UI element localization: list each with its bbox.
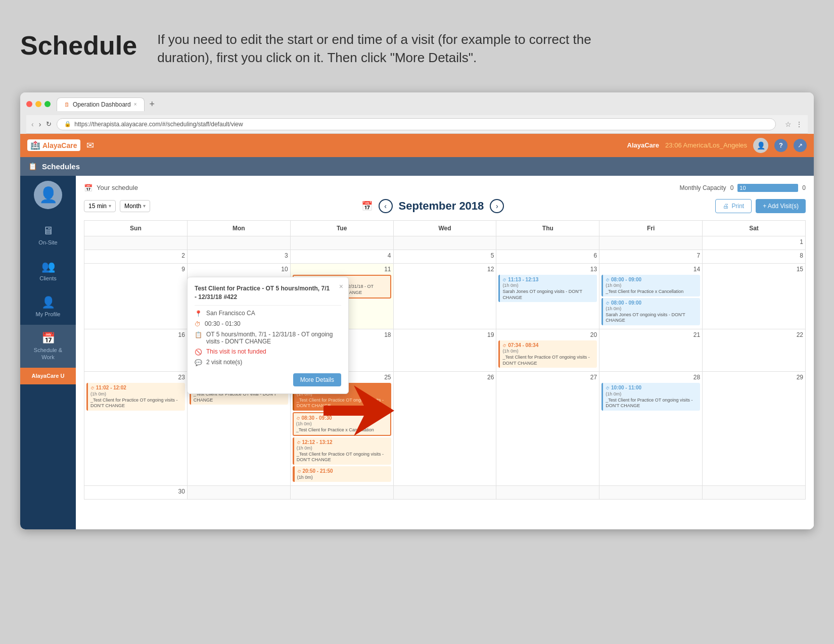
event-time: 11:02 - 12:02 — [96, 385, 126, 390]
add-visit-button[interactable]: + Add Visit(s) — [756, 199, 806, 213]
capacity-bar-value: 10 — [737, 185, 746, 191]
col-sat: Sat — [703, 220, 806, 236]
page-description: If you need to edit the start or end tim… — [157, 30, 612, 67]
sidebar-item-clients[interactable]: 👥 Clients — [20, 253, 76, 289]
event-block[interactable]: ⏱ 08:00 - 09:00 (1h 0m) Sarah Jones OT o… — [601, 298, 700, 325]
top-nav: 🏥 AlayaCare ✉ AlayaCare 23:06 America/Lo… — [20, 134, 814, 157]
monthly-capacity-label: Monthly Capacity — [680, 184, 726, 191]
calendar-day-22: 22 — [703, 329, 806, 372]
nav-help-button[interactable]: ? — [774, 139, 787, 152]
url-bar[interactable]: 🔒 https://therapista.alayacare.com/#/sch… — [57, 118, 776, 130]
forward-button[interactable]: › — [39, 120, 41, 128]
popup-close-button[interactable]: × — [339, 282, 343, 290]
view-mode-select[interactable]: Month ▾ — [120, 200, 150, 212]
event-block[interactable]: ⏱ 08:00 - 09:00 (1h 0m) _Test Client for… — [601, 275, 700, 296]
calendar-picker-icon[interactable]: 📅 — [361, 201, 373, 212]
calendar-day-6: 6 — [496, 250, 599, 263]
star-icon[interactable]: ☆ — [785, 120, 792, 128]
empty-day — [599, 486, 703, 500]
visit-popup: Test Client for Practice - OT 5 hours/mo… — [187, 277, 349, 394]
lock-icon: 🔒 — [64, 121, 71, 127]
capacity-bar: 10 — [737, 184, 798, 192]
event-block[interactable]: ⏱ 10:00 - 11:00 (1h 0m) _Test Client for… — [601, 383, 700, 410]
calendar-day-7: 7 — [599, 250, 703, 263]
prev-month-button[interactable]: ‹ — [379, 199, 393, 213]
calendar-day-8: 8 — [703, 250, 806, 263]
event-desc: _Test Client for Practice OT ongoing vis… — [297, 452, 389, 463]
my-profile-icon: 👤 — [41, 296, 55, 309]
calendar-day-27: 27 — [496, 372, 599, 486]
back-button[interactable]: ‹ — [31, 120, 34, 128]
calendar-day-30: 30 — [84, 486, 188, 500]
on-site-icon: 🖥 — [42, 224, 54, 237]
mail-icon[interactable]: ✉ — [86, 140, 94, 151]
calendar-day-20: 20 ⏱ 07:34 - 08:34 (1h 0m) _Test Client … — [496, 329, 599, 372]
logo-area: 🏥 AlayaCare — [27, 139, 80, 151]
event-block[interactable]: ⏱ 07:34 - 08:34 (1h 0m) _Test Client for… — [498, 340, 597, 368]
view-mode-value: Month — [124, 203, 141, 210]
dot-yellow[interactable] — [35, 101, 41, 107]
event-clock-icon: ⏱ — [297, 469, 301, 474]
new-tab-button[interactable]: + — [147, 99, 158, 110]
print-button[interactable]: 🖨 Print — [715, 199, 752, 213]
event-clock-icon: ⏱ — [606, 301, 610, 306]
popup-location: San Francisco CA — [206, 310, 255, 317]
sidebar-item-on-site[interactable]: 🖥 On-Site — [20, 217, 76, 253]
dot-red[interactable] — [26, 101, 32, 107]
event-clock-icon: ⏱ — [606, 386, 610, 390]
tab-close-button[interactable]: × — [134, 102, 137, 107]
dot-green[interactable] — [44, 101, 51, 107]
event-time: 20:50 - 21:50 — [302, 468, 333, 474]
event-block[interactable]: ⏱ 20:50 - 21:50 (1h 0m) — [293, 466, 391, 482]
sidebar-item-schedule-work[interactable]: 📅 Schedule &Work — [20, 325, 76, 367]
notes-icon: 💬 — [195, 359, 202, 366]
your-schedule-label: 📅 Your schedule — [84, 184, 138, 192]
event-sub: (1h 0m) — [502, 349, 594, 355]
event-block[interactable]: ⏱ 11:02 - 12:02 (1h 0m) _Test Client for… — [86, 383, 185, 410]
event-sub: (1h 0m) — [606, 283, 698, 289]
calendar-day-28: 28 ⏱ 10:00 - 11:00 (1h 0m) _Test Client … — [599, 372, 703, 486]
nav-share-button[interactable]: ↗ — [794, 139, 807, 152]
event-block[interactable]: ⏱ 08:30 - 09:30 (1h 0m) _Test Client for… — [293, 412, 391, 436]
event-desc: _Test Client for Practice OT ongoing vis… — [606, 398, 698, 409]
event-desc: _Test Client for Practice OT ongoing vis… — [90, 398, 182, 409]
event-clock-icon: ⏱ — [606, 278, 610, 282]
empty-day — [496, 236, 599, 250]
col-mon: Mon — [187, 220, 290, 236]
browser-chrome: 🗓 Operation Dashboard × + ‹ › ↻ 🔒 https:… — [20, 92, 814, 134]
event-time: 08:00 - 09:00 — [611, 300, 641, 306]
event-desc: _Test Client for Practice OT ongoing vis… — [502, 355, 594, 366]
popup-service: OT 5 hours/month, 7/1 - 12/31/18 - OT on… — [206, 331, 341, 345]
menu-icon[interactable]: ⋮ — [796, 120, 803, 128]
event-block[interactable]: ⏱ 12:12 - 13:12 (1h 0m) _Test Client for… — [293, 437, 391, 465]
more-details-button[interactable]: More Details — [293, 373, 341, 386]
time-select-arrow: ▾ — [109, 203, 111, 209]
time-icon: ⏱ — [195, 321, 201, 328]
event-block[interactable]: ⏱ 11:13 - 12:13 (1h 0m) Sarah Jones OT o… — [498, 275, 597, 302]
event-time: 08:00 - 09:00 — [611, 277, 641, 282]
sidebar-label-my-profile: My Profile — [36, 311, 61, 318]
time-interval-select[interactable]: 15 min ▾ — [84, 200, 116, 212]
col-tue: Tue — [290, 220, 393, 236]
nav-time: 23:06 America/Los_Angeles — [665, 141, 747, 149]
logo-icon: 🏥 — [30, 140, 40, 150]
browser-tab-active[interactable]: 🗓 Operation Dashboard × — [57, 97, 145, 111]
next-month-button[interactable]: › — [490, 199, 504, 213]
day-number: 1 — [705, 238, 803, 245]
sidebar-item-alayacare-u[interactable]: AlayaCare U — [20, 368, 76, 384]
top-nav-right: AlayaCare 23:06 America/Los_Angeles 👤 ? … — [627, 138, 807, 153]
capacity-end: 0 — [802, 184, 806, 191]
calendar-controls: 15 min ▾ Month ▾ 📅 ‹ September 2018 — [84, 199, 806, 213]
empty-day — [187, 236, 290, 250]
sidebar-item-my-profile[interactable]: 👤 My Profile — [20, 289, 76, 325]
print-label: Print — [732, 203, 745, 210]
browser-tabs: 🗓 Operation Dashboard × + — [57, 97, 158, 111]
event-sub: (1h 0m) — [296, 421, 388, 427]
event-time: 10:00 - 11:00 — [611, 385, 641, 390]
event-desc: _Test Client for Practice OT ongoing vis… — [297, 398, 389, 409]
refresh-button[interactable]: ↻ — [46, 120, 52, 128]
calendar-day-19: 19 — [393, 329, 496, 372]
schedules-icon: 📋 — [28, 162, 37, 170]
col-wed: Wed — [393, 220, 496, 236]
empty-day — [290, 236, 393, 250]
